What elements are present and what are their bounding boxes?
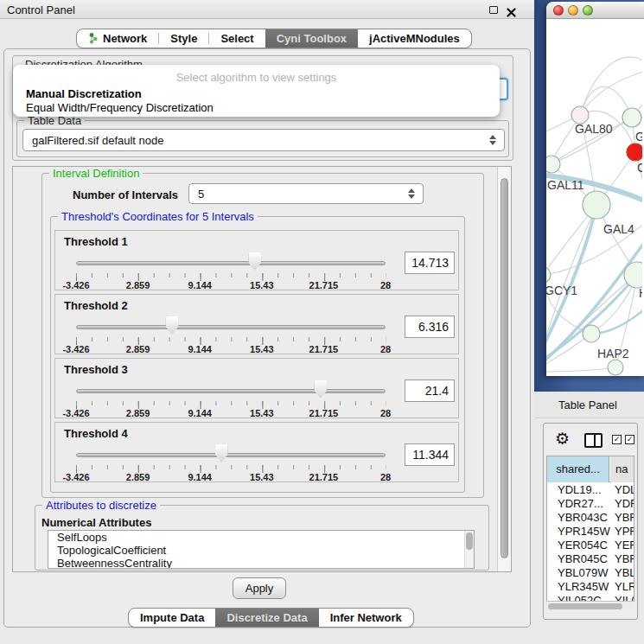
numerical-attributes-label: Numerical Attributes xyxy=(41,516,151,529)
slider-thumb[interactable] xyxy=(248,252,261,271)
list-scrollbar[interactable] xyxy=(464,531,474,568)
checkbox-icon[interactable]: ✓ xyxy=(625,435,634,444)
bottom-tabs: Impute Data Discretize Data Infer Networ… xyxy=(128,608,414,628)
close-icon[interactable] xyxy=(507,5,516,15)
control-panel-tabs: Network Style Select Cyni Toolbox jActiv… xyxy=(76,29,472,48)
scrollbar-thumb[interactable] xyxy=(501,178,508,558)
network-graph: GAL80 G C GAL11 GAL4 GCY1 H HAP2 xyxy=(546,19,642,376)
table-row[interactable]: YBR043CYBR0 xyxy=(547,511,634,525)
tab-select[interactable]: Select xyxy=(209,29,265,48)
column-header-name[interactable]: na xyxy=(610,456,634,482)
table-horizontal-scrollbar[interactable] xyxy=(546,601,634,610)
node[interactable] xyxy=(622,108,641,127)
tab-cyni-toolbox[interactable]: Cyni Toolbox xyxy=(265,29,358,48)
tab-infer-network[interactable]: Infer Network xyxy=(319,609,413,627)
slider-tick-labels: -3.426 2.859 9.144 15.43 21.715 28 xyxy=(76,344,386,354)
node-gal4[interactable] xyxy=(583,191,610,219)
tab-network[interactable]: Network xyxy=(77,29,158,48)
list-item[interactable]: SelfLoops xyxy=(48,531,474,544)
network-canvas[interactable]: GAL80 G C GAL11 GAL4 GCY1 H HAP2 xyxy=(546,19,642,376)
tab-label: jActiveMNodules xyxy=(369,32,460,45)
threshold-value-field[interactable]: 21.4 xyxy=(405,379,455,402)
threshold-label: Threshold 4 xyxy=(64,427,128,440)
node-label-gal80: GAL80 xyxy=(575,122,613,136)
dropdown-option-equal-width[interactable]: Equal Width/Frequency Discretization xyxy=(16,101,497,115)
tab-label: Discretize Data xyxy=(226,611,307,624)
threshold-value-field[interactable]: 14.713 xyxy=(405,252,455,274)
tab-label: Infer Network xyxy=(330,611,402,624)
slider-track[interactable] xyxy=(76,389,386,393)
node-label-partial: C xyxy=(637,161,642,175)
table-row[interactable]: YDL19...YDL1 xyxy=(547,483,634,497)
gear-icon[interactable]: ⚙ xyxy=(555,430,570,447)
tab-style[interactable]: Style xyxy=(159,29,208,48)
node-label-gal11: GAL11 xyxy=(547,178,584,192)
node[interactable] xyxy=(608,360,623,375)
threshold-3-slider[interactable]: -3.426 2.859 9.144 15.43 21.715 28 xyxy=(76,378,386,418)
table-data-combobox[interactable]: galFiltered.sif default node xyxy=(22,129,505,151)
minimize-traffic-light[interactable] xyxy=(568,5,578,16)
float-window-icon[interactable] xyxy=(489,6,498,14)
slider-ticks xyxy=(76,465,386,469)
group-title: Threshold's Coordinates for 5 Intervals xyxy=(58,210,258,223)
node-gcy1[interactable] xyxy=(546,267,551,283)
threshold-value-field[interactable]: 6.316 xyxy=(405,316,455,338)
slider-track[interactable] xyxy=(76,325,386,329)
num-intervals-combobox[interactable]: 5 xyxy=(188,183,424,204)
control-panel-titlebar: Control Panel xyxy=(0,0,534,19)
slider-thumb[interactable] xyxy=(165,316,178,335)
slider-track[interactable] xyxy=(76,453,386,457)
network-window-titlebar[interactable] xyxy=(546,2,644,19)
slider-ticks xyxy=(76,337,386,341)
threshold-2-slider[interactable]: -3.426 2.859 9.144 15.43 21.715 28 xyxy=(76,314,386,354)
threshold-label: Threshold 2 xyxy=(64,299,128,312)
tab-impute-data[interactable]: Impute Data xyxy=(129,609,215,627)
zoom-traffic-light[interactable] xyxy=(583,5,593,16)
table-data-group: Table Data galFiltered.sif default node xyxy=(16,120,509,157)
dropdown-option-manual[interactable]: Manual Discretization xyxy=(16,87,497,101)
node-gal11[interactable] xyxy=(546,156,560,173)
list-item[interactable]: BetweennessCentrality xyxy=(48,557,474,569)
slider-thumb[interactable] xyxy=(215,444,228,462)
threshold-4-slider[interactable]: -3.426 2.859 9.144 15.43 21.715 28 xyxy=(76,442,386,481)
list-item[interactable]: TopologicalCoefficient xyxy=(48,544,474,557)
slider-track[interactable] xyxy=(76,261,386,265)
apply-button[interactable]: Apply xyxy=(233,577,286,599)
split-view-icon[interactable] xyxy=(584,433,603,448)
close-traffic-light[interactable] xyxy=(553,5,564,16)
threshold-1-panel: Threshold 1 -3.426 2.859 9.144 15.43 21.… xyxy=(54,230,459,290)
app-screen: Control Panel Network Style Select Cyni … xyxy=(0,0,644,644)
network-window: GAL80 G C GAL11 GAL4 GCY1 H HAP2 xyxy=(546,2,644,376)
threshold-value-field[interactable]: 11.344 xyxy=(405,443,455,466)
table-row[interactable]: YER054CYER0 xyxy=(547,539,634,552)
slider-ticks xyxy=(76,273,386,277)
scrollbar-thumb[interactable] xyxy=(548,603,622,609)
settings-scrollbar[interactable] xyxy=(497,167,511,571)
numerical-attributes-list[interactable]: SelfLoops TopologicalCoefficient Between… xyxy=(48,530,475,569)
node-label-gcy1: GCY1 xyxy=(546,284,577,297)
node-gal80[interactable] xyxy=(571,106,589,124)
checkbox-icon[interactable]: ✓ xyxy=(612,435,622,444)
node-label-partial: H xyxy=(639,286,642,300)
node-selected-red[interactable] xyxy=(627,143,642,161)
table-row[interactable]: YBL079WYBL0 xyxy=(547,566,634,580)
combo-stepper-icon xyxy=(408,188,416,200)
node-hap2[interactable] xyxy=(583,325,600,342)
node-label-gal4: GAL4 xyxy=(603,222,634,236)
tab-jactivemnodules[interactable]: jActiveMNodules xyxy=(358,29,471,48)
table-row[interactable]: YBR045CYBR0 xyxy=(547,552,634,566)
scrollbar-thumb[interactable] xyxy=(466,532,473,550)
threshold-label: Threshold 3 xyxy=(64,363,128,376)
node-attribute-table[interactable]: shared... na YDL19...YDL1 YDR27...YDR2 Y… xyxy=(546,456,634,609)
table-row[interactable]: YLR345WYLR3 xyxy=(547,580,634,594)
slider-thumb[interactable] xyxy=(314,380,327,399)
column-header-shared-name[interactable]: shared... xyxy=(547,456,609,482)
tab-discretize-data[interactable]: Discretize Data xyxy=(215,609,318,627)
tab-label: Impute Data xyxy=(140,611,204,624)
table-row[interactable]: YPR145WYPR1 xyxy=(547,525,634,539)
algorithm-dropdown-popup: Select algorithm to view settings Manual… xyxy=(13,65,500,117)
threshold-1-slider[interactable]: -3.426 2.859 9.144 15.43 21.715 28 xyxy=(76,250,386,290)
table-row[interactable]: YDR27...YDR2 xyxy=(547,497,634,511)
group-title: Attributes to discretize xyxy=(42,499,160,512)
slider-tick-labels: -3.426 2.859 9.144 15.43 21.715 28 xyxy=(76,472,386,482)
